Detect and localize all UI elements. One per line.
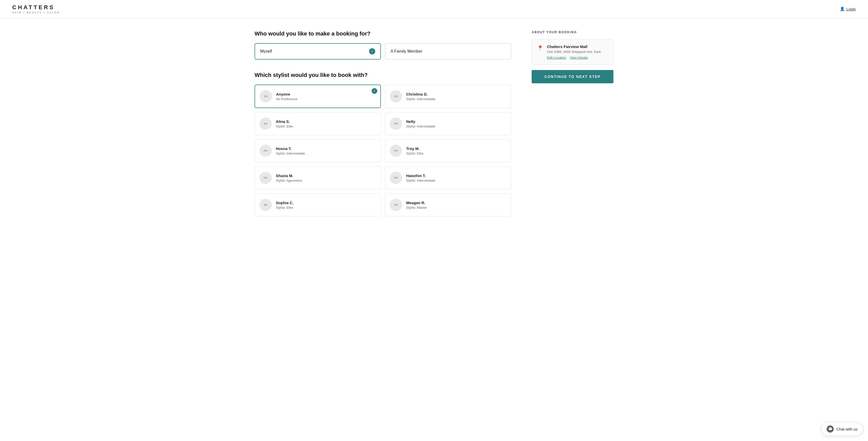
- stylist-card-hawzhin[interactable]: ✂ Hawzhin T. Stylist: Intermediate: [385, 166, 511, 189]
- location-address: Unit 1088, 1800 Sheppard Ave. East: [547, 50, 601, 54]
- stylist-avatar-christina: ✂: [390, 90, 402, 102]
- scissors-icon: ✂: [394, 121, 398, 127]
- stylist-level-anyone: No Preference: [276, 97, 376, 101]
- stylist-info-nelly: Nelly Stylist: Intermediate: [406, 119, 506, 128]
- stylist-level-sophia: Stylist: Elite: [276, 206, 376, 210]
- scissors-icon: ✂: [394, 175, 398, 181]
- stylist-card-nelly[interactable]: ✂ Nelly Stylist: Intermediate: [385, 112, 511, 135]
- stylist-card-sophia[interactable]: ✂ Sophia C. Stylist: Elite: [255, 193, 381, 216]
- location-links: Edit Location View Details: [547, 56, 601, 60]
- stylist-card-hosna[interactable]: ✂ Hosna T. Stylist: Intermediate: [255, 139, 381, 162]
- booking-for-section: Who would you like to make a booking for…: [255, 30, 511, 60]
- stylist-section: Which stylist would you like to book wit…: [255, 72, 511, 216]
- booking-for-myself[interactable]: Myself ✓: [255, 43, 381, 60]
- stylist-name-hawzhin: Hawzhin T.: [406, 174, 506, 178]
- stylist-card-shazia[interactable]: ✂ Shazia M. Stylist: Apprentice: [255, 166, 381, 189]
- stylist-level-hawzhin: Stylist: Intermediate: [406, 179, 506, 182]
- stylist-name-shazia: Shazia M.: [276, 174, 376, 178]
- stylist-level-troy: Stylist: Elite: [406, 152, 506, 155]
- stylist-name-nelly: Nelly: [406, 119, 506, 124]
- stylist-info-meagan: Meagan R. Stylist: Master: [406, 200, 506, 210]
- stylist-card-christina[interactable]: ✂ Christina D. Stylist: Intermediate: [385, 85, 511, 108]
- stylist-level-shazia: Stylist: Apprentice: [276, 179, 376, 182]
- stylist-name-meagan: Meagan R.: [406, 200, 506, 205]
- scissors-icon: ✂: [264, 121, 268, 127]
- scissors-icon: ✂: [394, 202, 398, 208]
- scissors-icon: ✂: [264, 93, 268, 99]
- family-label: A Family Member: [391, 49, 422, 54]
- content-area: Who would you like to make a booking for…: [255, 30, 532, 216]
- stylist-level-christina: Stylist: Intermediate: [406, 97, 506, 101]
- booking-for-row: Myself ✓ A Family Member: [255, 43, 511, 60]
- stylist-avatar-hosna: ✂: [259, 145, 272, 157]
- stylist-name-anyone: Anyone: [276, 92, 376, 96]
- stylist-grid: ✂ Anyone No Preference ✓ ✂ Christina D.: [255, 85, 511, 216]
- scissors-icon: ✂: [394, 148, 398, 154]
- stylist-name-christina: Christina D.: [406, 92, 506, 96]
- myself-label: Myself: [260, 49, 272, 54]
- stylist-avatar-troy: ✂: [390, 145, 402, 157]
- logo-sub: HAIR | BEAUTY | SALON: [12, 11, 60, 14]
- stylist-name-troy: Troy M.: [406, 147, 506, 151]
- logo: CHATTERS HAIR | BEAUTY | SALON: [12, 4, 60, 14]
- stylist-title: Which stylist would you like to book wit…: [255, 72, 511, 78]
- stylist-name-hosna: Hosna T.: [276, 147, 376, 151]
- stylist-avatar-alina: ✂: [259, 118, 272, 130]
- stylist-avatar-sophia: ✂: [259, 199, 272, 211]
- booking-for-title: Who would you like to make a booking for…: [255, 30, 511, 37]
- stylist-card-troy[interactable]: ✂ Troy M. Stylist: Elite: [385, 139, 511, 162]
- edit-location-button[interactable]: Edit Location: [547, 56, 566, 60]
- stylist-avatar-hawzhin: ✂: [390, 172, 402, 184]
- stylist-avatar-meagan: ✂: [390, 199, 402, 211]
- anyone-check-icon: ✓: [372, 88, 377, 94]
- stylist-info-christina: Christina D. Stylist: Intermediate: [406, 92, 506, 101]
- stylist-avatar-shazia: ✂: [259, 172, 272, 184]
- stylist-card-anyone[interactable]: ✂ Anyone No Preference ✓: [255, 85, 381, 108]
- booking-for-family[interactable]: A Family Member: [385, 43, 511, 60]
- stylist-card-alina[interactable]: ✂ Alina S. Stylist: Elite: [255, 112, 381, 135]
- myself-check-icon: ✓: [369, 48, 375, 55]
- stylist-info-shazia: Shazia M. Stylist: Apprentice: [276, 174, 376, 182]
- stylist-name-alina: Alina S.: [276, 119, 376, 124]
- user-icon: 👤: [840, 7, 845, 11]
- stylist-card-meagan[interactable]: ✂ Meagan R. Stylist: Master: [385, 193, 511, 216]
- stylist-level-meagan: Stylist: Master: [406, 206, 506, 210]
- page-header: CHATTERS HAIR | BEAUTY | SALON 👤 Login: [0, 0, 868, 18]
- scissors-icon: ✂: [264, 175, 268, 181]
- sidebar: ABOUT YOUR BOOKING 📍 Chatters Fairview M…: [532, 30, 613, 216]
- login-button[interactable]: 👤 Login: [840, 7, 856, 11]
- continue-button[interactable]: CONTINUE TO NEXT STEP: [532, 70, 613, 83]
- stylist-avatar-anyone: ✂: [260, 90, 272, 102]
- scissors-icon: ✂: [264, 148, 268, 154]
- stylist-info-hosna: Hosna T. Stylist: Intermediate: [276, 147, 376, 155]
- stylist-info-anyone: Anyone No Preference: [276, 92, 376, 101]
- stylist-level-nelly: Stylist: Intermediate: [406, 124, 506, 128]
- stylist-name-sophia: Sophia C.: [276, 200, 376, 205]
- login-label: Login: [846, 7, 856, 11]
- stylist-info-alina: Alina S. Stylist: Elite: [276, 119, 376, 128]
- location-card: 📍 Chatters Fairview Mall Unit 1088, 1800…: [532, 39, 613, 65]
- stylist-avatar-nelly: ✂: [390, 118, 402, 130]
- stylist-level-alina: Stylist: Elite: [276, 124, 376, 128]
- location-name: Chatters Fairview Mall: [547, 44, 601, 49]
- view-details-button[interactable]: View Details: [570, 56, 588, 60]
- stylist-info-sophia: Sophia C. Stylist: Elite: [276, 200, 376, 210]
- stylist-level-hosna: Stylist: Intermediate: [276, 152, 376, 155]
- location-details: Chatters Fairview Mall Unit 1088, 1800 S…: [547, 44, 601, 60]
- logo-text: CHATTERS: [12, 4, 60, 11]
- scissors-icon: ✂: [394, 93, 398, 99]
- stylist-info-hawzhin: Hawzhin T. Stylist: Intermediate: [406, 174, 506, 182]
- main-layout: Who would you like to make a booking for…: [242, 18, 626, 229]
- scissors-icon: ✂: [264, 202, 268, 208]
- stylist-info-troy: Troy M. Stylist: Elite: [406, 147, 506, 155]
- sidebar-about-title: ABOUT YOUR BOOKING: [532, 30, 613, 34]
- location-pin-icon: 📍: [537, 45, 544, 60]
